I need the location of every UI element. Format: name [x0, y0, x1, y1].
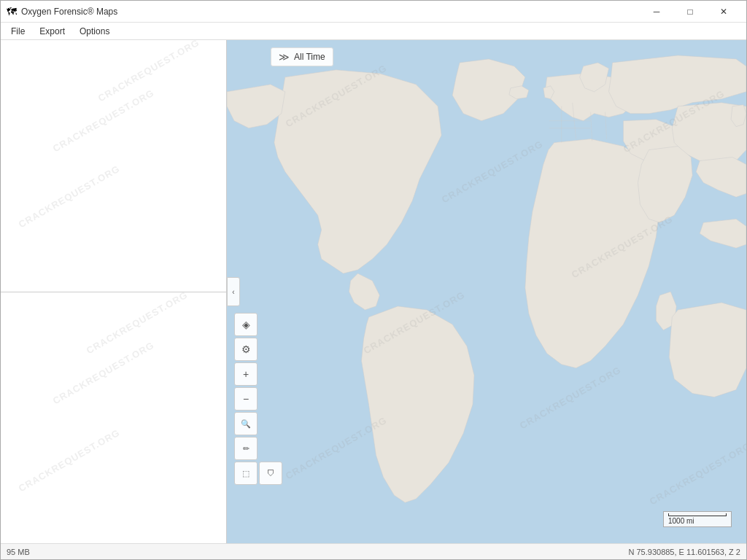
- map-tools: ◈ ⚙ + − 🔍 ✏ ⬚ ⛉: [234, 313, 282, 485]
- window-title: Oxygen Forensic® Maps: [21, 7, 117, 17]
- scale-bar: 1000 mi: [663, 511, 732, 527]
- ruler-icon: ✏: [243, 444, 249, 454]
- search-button[interactable]: 🔍: [234, 412, 258, 435]
- title-bar: 🗺 Oxygen Forensic® Maps ─ □ ✕: [1, 1, 746, 23]
- menu-options[interactable]: Options: [72, 25, 117, 38]
- ruler-button[interactable]: ✏: [234, 437, 258, 460]
- select-icon: ⬚: [242, 469, 249, 478]
- menu-bar: File Export Options: [1, 23, 746, 40]
- time-filter-icon: ≫: [279, 51, 290, 63]
- filter-button[interactable]: ⛉: [259, 462, 282, 485]
- settings-button[interactable]: ⚙: [234, 338, 258, 361]
- menu-file[interactable]: File: [4, 25, 32, 38]
- left-panel: CRACKREQUEST.ORG CRACKREQUEST.ORG CRACKR…: [1, 40, 227, 543]
- filter-icon: ⛉: [267, 469, 275, 478]
- window-controls: ─ □ ✕: [640, 1, 740, 23]
- coordinates-display: N 75.930885, E 11.601563, Z 2: [628, 548, 740, 556]
- panel-top: CRACKREQUEST.ORG CRACKREQUEST.ORG CRACKR…: [1, 40, 226, 292]
- main-content: CRACKREQUEST.ORG CRACKREQUEST.ORG CRACKR…: [1, 40, 746, 543]
- app-icon: 🗺: [7, 6, 17, 18]
- select-button[interactable]: ⬚: [234, 462, 258, 485]
- scale-line: [668, 513, 727, 516]
- maximize-button[interactable]: □: [673, 1, 707, 23]
- minimize-button[interactable]: ─: [640, 1, 673, 23]
- collapse-icon: ‹: [232, 288, 234, 296]
- menu-export[interactable]: Export: [32, 25, 72, 38]
- time-filter-bar[interactable]: ≫ All Time: [271, 47, 333, 66]
- zoom-out-button[interactable]: −: [234, 387, 258, 411]
- settings-icon: ⚙: [241, 343, 251, 355]
- status-bar: 95 MB N 75.930885, E 11.601563, Z 2: [1, 543, 746, 559]
- world-map: [227, 40, 746, 543]
- search-icon: 🔍: [241, 419, 251, 429]
- map-panel[interactable]: CRACKREQUEST.ORG CRACKREQUEST.ORG CRACKR…: [227, 40, 746, 543]
- main-window: 🗺 Oxygen Forensic® Maps ─ □ ✕ File Expor…: [0, 0, 747, 560]
- memory-usage: 95 MB: [7, 548, 30, 556]
- layers-button[interactable]: ◈: [234, 313, 258, 336]
- time-filter-label: All Time: [294, 52, 325, 62]
- panel-bottom: CRACKREQUEST.ORG CRACKREQUEST.ORG CRACKR…: [1, 292, 226, 544]
- layers-icon: ◈: [242, 319, 250, 330]
- title-bar-left: 🗺 Oxygen Forensic® Maps: [7, 6, 117, 18]
- zoom-in-button[interactable]: +: [234, 362, 258, 386]
- scale-label: 1000 mi: [668, 517, 694, 525]
- collapse-panel-button[interactable]: ‹: [227, 277, 240, 306]
- close-button[interactable]: ✕: [707, 1, 740, 23]
